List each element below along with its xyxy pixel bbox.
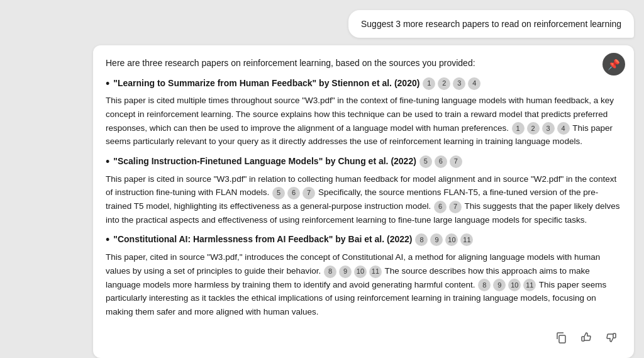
pin-button[interactable]: 📌 [602, 53, 625, 76]
badge-9: 9 [430, 233, 443, 246]
badge-8: 8 [415, 233, 428, 246]
paper-3-title: "Constitutional AI: Harmlessness from AI… [113, 233, 412, 247]
paper-3-title-line: • "Constitutional AI: Harmlessness from … [106, 233, 621, 247]
badge-7b: 7 [303, 187, 315, 199]
badge-7: 7 [450, 155, 462, 168]
badge-2b: 2 [527, 122, 540, 135]
paper-1-title-badges: 1 2 3 4 [422, 77, 481, 90]
bullet-1: • [106, 78, 109, 89]
paper-1-body: This paper is cited multiple times throu… [106, 94, 621, 148]
badge-5b: 5 [272, 187, 285, 199]
badge-11b: 11 [369, 266, 382, 278]
svg-rect-1 [582, 337, 584, 341]
badge-5: 5 [419, 155, 432, 168]
paper-2-inline-badges-1: 5 6 7 [272, 187, 316, 199]
paper-3-inline-badges-2: 8 9 10 11 [477, 279, 536, 291]
badge-6: 6 [435, 155, 447, 168]
badge-9b: 9 [339, 266, 352, 278]
actions-row [106, 325, 621, 349]
paper-3-title-badges: 8 9 10 11 [414, 233, 474, 246]
badge-10: 10 [445, 233, 458, 246]
badge-6c: 6 [434, 201, 447, 213]
badge-10c: 10 [508, 279, 521, 291]
badge-10b: 10 [354, 266, 367, 278]
badge-4b: 4 [557, 122, 570, 135]
paper-1-title-line: • "Learning to Summarize from Human Feed… [106, 77, 621, 91]
paper-3-body: This paper, cited in source "W3.pdf," in… [106, 250, 621, 318]
paper-2-title-badges: 5 6 7 [419, 155, 463, 168]
assistant-message-bubble: 📌 Here are three research papers on rein… [93, 45, 634, 358]
paper-2-title-line: • "Scaling Instruction-Finetuned Languag… [106, 155, 621, 169]
intro-text: Here are three research papers on reinfo… [106, 57, 621, 70]
badge-11c: 11 [523, 279, 536, 291]
paper-2-body: This paper is cited in source "W3.pdf" i… [106, 172, 621, 227]
user-message-text: Suggest 3 more research papers to read o… [361, 19, 621, 29]
paper-1-title: "Learning to Summarize from Human Feedba… [113, 77, 419, 91]
badge-2: 2 [438, 77, 450, 90]
badge-7c: 7 [449, 201, 462, 213]
badge-3b: 3 [542, 122, 555, 135]
badge-4: 4 [468, 77, 480, 90]
bullet-2: • [106, 156, 109, 167]
thumbup-button[interactable] [576, 328, 596, 349]
badge-8c: 8 [478, 279, 491, 291]
badge-6b: 6 [287, 187, 300, 199]
badge-1: 1 [423, 77, 435, 90]
paper-2-inline-badges-2: 6 7 [433, 201, 462, 213]
svg-rect-0 [559, 335, 565, 343]
badge-1b: 1 [512, 122, 525, 135]
svg-rect-2 [613, 333, 616, 338]
bullet-3: • [106, 234, 109, 245]
thumbdown-button[interactable] [601, 328, 621, 349]
paper-1-inline-badges: 1 2 3 4 [511, 122, 570, 135]
copy-button[interactable] [551, 328, 571, 349]
badge-3: 3 [453, 77, 465, 90]
badge-11: 11 [460, 233, 473, 246]
badge-9c: 9 [493, 279, 506, 291]
user-message-bubble: Suggest 3 more research papers to read o… [348, 10, 634, 38]
badge-8b: 8 [324, 266, 336, 278]
paper-2-title: "Scaling Instruction-Finetuned Language … [113, 155, 416, 169]
paper-3-inline-badges-1: 8 9 10 11 [323, 266, 382, 278]
